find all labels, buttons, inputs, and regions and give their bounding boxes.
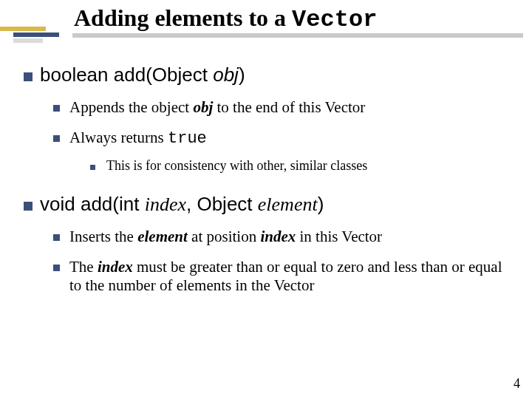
text: Appends the object <box>69 98 193 116</box>
bullet-appends: Appends the object obj to the end of thi… <box>49 98 511 117</box>
bullet-index-constraint: The index must be greater than or equal … <box>49 258 511 295</box>
sig-text: boolean add(Object <box>40 64 213 86</box>
bullet-consistency: This is for consistency with other, simi… <box>86 158 511 174</box>
t3: in this Vector <box>296 228 382 245</box>
bullet-add-obj: boolean add(Object obj) <box>19 64 511 86</box>
text: Always returns <box>69 129 168 146</box>
bullet-returns-true: Always returns true <box>49 129 511 148</box>
title-area: Adding elements to a Vector <box>0 0 532 49</box>
arg-index: index <box>98 258 133 276</box>
title-code: Vector <box>292 6 377 33</box>
t2: must be greater than or equal to zero an… <box>69 258 502 294</box>
accent-bar-gold <box>0 27 46 31</box>
slide-body: boolean add(Object obj) Appends the obje… <box>0 64 532 295</box>
sig-arg: obj <box>213 64 239 86</box>
bullet-inserts: Inserts the element at position index in… <box>49 228 511 246</box>
title-underline <box>72 33 523 38</box>
arg-index: index <box>260 228 296 245</box>
t1: The <box>69 258 98 276</box>
accent-bar-blue <box>13 33 59 37</box>
t2: at position <box>188 228 261 245</box>
slide: Adding elements to a Vector boolean add(… <box>0 0 532 399</box>
arg-element: element <box>137 228 188 245</box>
page-number: 4 <box>514 376 520 392</box>
text-end: to the end of this Vector <box>213 98 365 116</box>
sig-arg-index: index <box>145 194 186 215</box>
sig-text: void add(int <box>40 193 145 215</box>
sig-text-end: ) <box>239 64 245 86</box>
sig-mid: , Object <box>186 193 258 215</box>
slide-title: Adding elements to a Vector <box>74 4 377 33</box>
title-text: Adding elements to a <box>74 4 292 31</box>
sig-end: ) <box>318 193 324 215</box>
arg-ital: obj <box>193 98 213 116</box>
bullet-add-index: void add(int index, Object element) <box>19 193 511 216</box>
t1: Inserts the <box>69 228 137 245</box>
code-true: true <box>168 129 207 148</box>
accent-bar-grey-short <box>13 38 43 43</box>
sig-arg-element: element <box>258 194 318 215</box>
text: This is for consistency with other, simi… <box>106 158 367 173</box>
